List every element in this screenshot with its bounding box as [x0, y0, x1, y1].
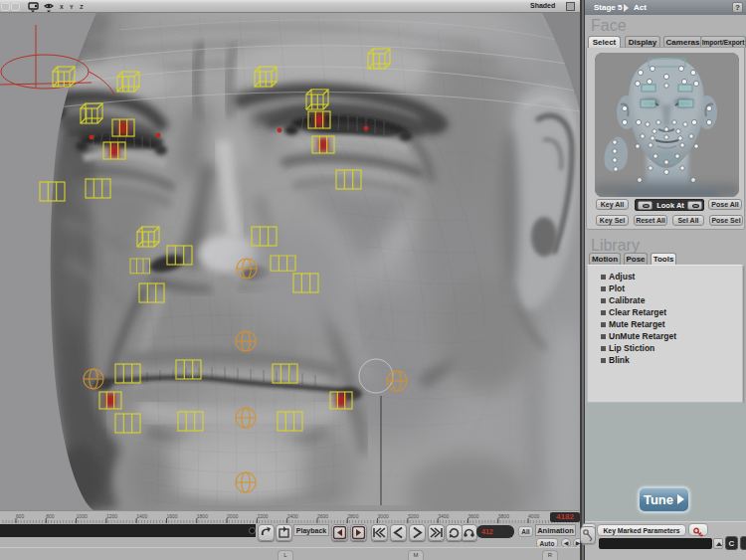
svg-text:1400: 1400 — [136, 513, 147, 519]
svg-text:3400: 3400 — [438, 513, 449, 519]
svg-text:3200: 3200 — [408, 513, 419, 519]
svg-text:3800: 3800 — [498, 513, 509, 519]
svg-text:1800: 1800 — [197, 513, 208, 519]
svg-text:2200: 2200 — [257, 513, 268, 519]
svg-text:4000: 4000 — [528, 513, 539, 519]
svg-text:1000: 1000 — [77, 513, 88, 519]
svg-text:800: 800 — [46, 513, 55, 519]
svg-text:2400: 2400 — [287, 513, 298, 519]
svg-text:1200: 1200 — [106, 513, 117, 519]
svg-text:2800: 2800 — [347, 513, 358, 519]
svg-text:3000: 3000 — [378, 513, 389, 519]
svg-text:1600: 1600 — [167, 513, 178, 519]
svg-text:600: 600 — [16, 513, 25, 519]
svg-text:2600: 2600 — [317, 513, 328, 519]
svg-text:3600: 3600 — [468, 513, 479, 519]
svg-text:2000: 2000 — [227, 513, 238, 519]
